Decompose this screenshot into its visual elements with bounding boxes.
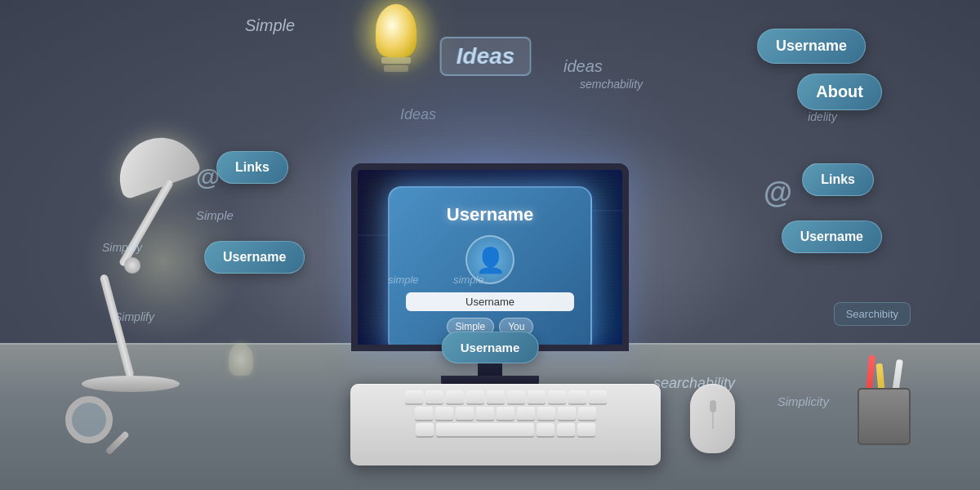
ideas-label-box: Ideas: [440, 37, 532, 76]
lamp-arm-lower: [100, 274, 135, 378]
key: [446, 390, 464, 403]
key: [476, 407, 494, 420]
key: [416, 423, 434, 436]
bubble-username-top[interactable]: Username: [757, 29, 866, 64]
mouse: [690, 384, 735, 453]
keyboard: [350, 384, 661, 466]
magnify-lens: [65, 396, 113, 443]
searchability-bubble: Searchibity: [834, 302, 911, 326]
spacebar-key: [436, 423, 534, 436]
ideas-text-2: ideas: [564, 57, 603, 76]
mouse-scroll-wheel: [710, 400, 716, 412]
key: [487, 390, 505, 403]
bubble-username-left[interactable]: Username: [204, 241, 305, 274]
keyboard-row-3: [357, 423, 654, 436]
simplify-text-1: Simplify: [102, 241, 142, 254]
small-light-bulb: [229, 343, 253, 376]
key: [425, 390, 443, 403]
key: [507, 390, 525, 403]
bubble-links-left[interactable]: Links: [216, 151, 288, 184]
bubble-username-bottom[interactable]: Username: [442, 332, 539, 363]
searchability-text-1: semchability: [580, 78, 643, 91]
screen-username-title: Username: [406, 204, 574, 225]
key: [435, 407, 453, 420]
bubble-about[interactable]: About: [797, 74, 882, 110]
avatar-icon: 👤: [475, 246, 506, 274]
identity-text: idelity: [808, 110, 837, 123]
magnify-handle: [105, 430, 129, 455]
key: [568, 390, 586, 403]
bulb-shape: [376, 4, 416, 57]
key: [537, 423, 555, 436]
at-symbol-2: @: [764, 176, 792, 210]
key: [589, 390, 607, 403]
simplicity-text: Simplicity: [777, 394, 829, 408]
keyboard-row-1: [357, 390, 654, 403]
key: [415, 407, 433, 420]
lamp-head: [109, 127, 202, 201]
key: [456, 407, 474, 420]
ideas-text: Ideas: [457, 43, 515, 69]
lamp-joint: [124, 257, 140, 274]
key: [405, 390, 423, 403]
lamp-base: [82, 376, 180, 392]
simple-text-1: Simple: [245, 16, 295, 35]
pencil-holder: [858, 388, 915, 445]
screen-card: Username 👤 Username Simple You: [388, 186, 592, 351]
holder-cup: [858, 388, 911, 445]
key: [577, 423, 595, 436]
keyboard-keys: [350, 384, 661, 443]
main-scene: Username 👤 Username Simple You Ideas Sim…: [0, 0, 980, 490]
magnifying-glass: [65, 396, 131, 461]
bubble-username-mid[interactable]: Username: [782, 220, 882, 253]
light-bulb: [376, 4, 416, 72]
key: [548, 390, 566, 403]
key: [558, 407, 576, 420]
desk-lamp: [49, 131, 212, 392]
monitor-screen: Username 👤 Username Simple You: [351, 163, 629, 351]
key: [497, 407, 514, 420]
simple-text-4: simple: [453, 274, 484, 286]
key: [466, 390, 484, 403]
key: [557, 423, 575, 436]
screen-username-input[interactable]: Username: [406, 292, 574, 311]
ideas-float: Ideas: [400, 106, 436, 123]
simple-text-3: simple: [388, 274, 419, 286]
keyboard-row-2: [357, 407, 654, 420]
key: [537, 407, 555, 420]
key: [528, 390, 546, 403]
simplify-text-2: Simplify: [114, 310, 154, 323]
simple-text-2: Simple: [196, 208, 234, 222]
key: [517, 407, 535, 420]
mouse-divider: [712, 412, 713, 429]
key: [578, 407, 596, 420]
bubble-links-right[interactable]: Links: [802, 163, 874, 196]
